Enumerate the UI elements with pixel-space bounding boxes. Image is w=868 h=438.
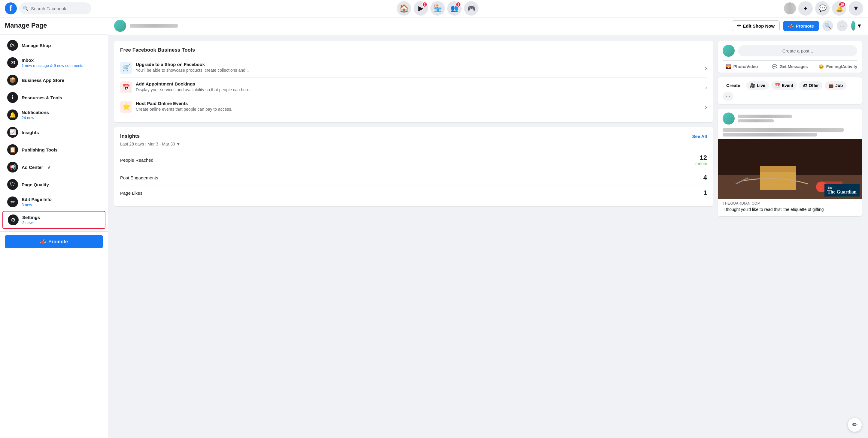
nav-center-icons: 🏠 ▶ 3 🏪 👥 8 🎮 [94, 1, 781, 15]
edit-shop-now-button[interactable]: ✏ Edit Shop Now [732, 21, 780, 31]
search-header-button[interactable]: 🔍 [823, 21, 833, 31]
sidebar-item-resources-tools[interactable]: ℹ Resources & Tools [2, 89, 105, 106]
messenger-button[interactable]: 💬 [815, 1, 830, 15]
people-reached-label: People Reached [120, 158, 153, 163]
sidebar-item-ad-center[interactable]: 📢 Ad Center ∨ [2, 159, 105, 175]
event-icon: 📅 [775, 83, 780, 88]
nav-right-icons: + 💬 🔔 19 ▼ [784, 1, 863, 15]
shop-chevron-icon: › [705, 65, 707, 71]
page-layout: Manage Page 🛍 Manage Shop ✉ Inbox 1 new … [0, 17, 868, 438]
bookings-chevron-icon: › [705, 84, 707, 91]
promote-header-button[interactable]: 📣 Promote [783, 21, 819, 31]
search-bar[interactable]: 🔍 [19, 2, 91, 14]
photo-video-button[interactable]: 🌄 Photo/Video [718, 62, 766, 71]
compose-fab-button[interactable]: ✏ [847, 417, 862, 432]
notifications-badge: 19 [839, 2, 846, 7]
publishing-tools-icon: 📋 [7, 144, 18, 155]
video-nav-btn[interactable]: ▶ 3 [413, 1, 428, 15]
more-header-button[interactable]: ··· [837, 21, 847, 31]
tool-item-events[interactable]: ⭐ Host Paid Online Events Create online … [120, 97, 707, 116]
news-card: The The Guardian theguardian.com 'I thou… [718, 109, 862, 216]
video-badge: 3 [422, 2, 427, 7]
menu-button[interactable]: ▼ [849, 1, 863, 15]
user-avatar[interactable] [784, 2, 796, 14]
groups-nav-btn[interactable]: 👥 8 [447, 1, 462, 15]
edit-shop-label: Edit Shop Now [743, 24, 775, 29]
add-button[interactable]: + [798, 1, 813, 15]
groups-badge: 8 [456, 2, 461, 7]
main-content: ✏ Edit Shop Now 📣 Promote 🔍 ··· ▼ [108, 17, 868, 438]
sidebar-item-notifications[interactable]: 🔔 Notifications 24 new [2, 106, 105, 123]
page-avatar [114, 20, 126, 32]
manage-shop-label: Manage Shop [22, 43, 51, 48]
guardian-badge: The The Guardian [825, 184, 860, 197]
photo-icon: 🌄 [726, 64, 731, 69]
page-quality-icon: 🛡 [7, 179, 18, 190]
promote-header-label: Promote [796, 24, 814, 29]
insights-title: Insights [120, 133, 140, 139]
bookings-title: Add Appointment Bookings [136, 81, 701, 87]
notifications-button[interactable]: 🔔 19 [832, 1, 846, 15]
see-all-button[interactable]: See All [692, 134, 707, 139]
news-page-avatar [723, 112, 735, 125]
inbox-sublabel: 1 new message & 9 new comments [22, 63, 83, 68]
business-app-label: Business App Store [22, 78, 64, 83]
post-type-event-button[interactable]: 📅 Event [771, 81, 797, 90]
marketplace-nav-btn[interactable]: 🏪 [430, 1, 445, 15]
facebook-logo[interactable]: f [5, 2, 17, 14]
settings-sublabel: 3 new [22, 221, 40, 225]
notifications-sidebar-label: Notifications [22, 110, 49, 115]
sidebar-item-edit-page-info[interactable]: ✏ Edit Page Info 3 new [2, 194, 105, 210]
live-icon: 🎥 [750, 83, 755, 88]
sidebar-promote-label: Promote [49, 239, 68, 244]
sidebar-item-inbox[interactable]: ✉ Inbox 1 new message & 9 new comments [2, 54, 105, 71]
insights-date: Last 28 days : Mar 3 - Mar 30 ▼ [120, 142, 707, 146]
news-image: The The Guardian [718, 139, 862, 199]
post-type-more-button[interactable]: ··· [723, 92, 734, 101]
news-headline: 'I thought you'd like to read this': the… [718, 207, 862, 216]
post-type-job-button[interactable]: 💼 Job [825, 81, 846, 90]
home-nav-btn[interactable]: 🏠 [397, 1, 411, 15]
insights-header: Insights See All [120, 133, 707, 139]
tool-item-bookings[interactable]: 📅 Add Appointment Bookings Display your … [120, 77, 707, 97]
gaming-nav-btn[interactable]: 🎮 [464, 1, 478, 15]
sidebar-title: Manage Page [0, 17, 108, 32]
people-reached-value: 12 [700, 154, 707, 162]
compose-icon: ✏ [852, 421, 858, 429]
get-messages-label: Get Messages [779, 64, 808, 69]
sidebar-item-insights[interactable]: 📈 Insights [2, 124, 105, 141]
sidebar-item-business-app-store[interactable]: 📦 Business App Store [2, 72, 105, 89]
avatar-dropdown-button[interactable]: ▼ [851, 21, 862, 31]
guardian-the: The [828, 186, 857, 189]
sidebar: Manage Page 🛍 Manage Shop ✉ Inbox 1 new … [0, 17, 108, 438]
sidebar-item-publishing-tools[interactable]: 📋 Publishing Tools [2, 141, 105, 158]
ad-center-label: Ad Center [22, 165, 43, 170]
news-page-name [738, 114, 857, 123]
feeling-activity-button[interactable]: 😊 Feeling/Activity [814, 62, 862, 71]
sidebar-promote-button[interactable]: 📣 Promote [5, 235, 103, 248]
post-type-offer-button[interactable]: 🏷 Offer [799, 81, 823, 90]
megaphone-icon: 📣 [40, 239, 46, 244]
search-input[interactable] [31, 6, 88, 11]
sidebar-item-page-quality[interactable]: 🛡 Page Quality [2, 176, 105, 193]
sidebar-item-manage-shop[interactable]: 🛍 Manage Shop [2, 37, 105, 54]
sidebar-item-settings[interactable]: ⚙ Settings 3 new ➜ [2, 211, 105, 229]
messenger-icon: 💬 [818, 4, 827, 12]
megaphone-header-icon: 📣 [788, 23, 794, 29]
insights-card: Insights See All Last 28 days : Mar 3 - … [114, 127, 713, 206]
post-type-create-button[interactable]: Create [723, 81, 744, 90]
bookings-desc: Display your services and availability s… [136, 87, 701, 93]
messages-icon: 💬 [772, 64, 777, 69]
notifications-sublabel: 24 new [22, 115, 49, 120]
create-post-input[interactable]: Create a post... [738, 45, 857, 57]
pencil-icon: ✏ [737, 23, 741, 29]
ad-center-icon: 📢 [7, 162, 18, 172]
tool-item-shop[interactable]: 🛒 Upgrade to a Shop on Facebook You'll b… [120, 58, 707, 77]
post-type-live-button[interactable]: 🎥 Live [746, 81, 769, 90]
get-messages-button[interactable]: 💬 Get Messages [766, 62, 814, 71]
edit-page-info-label: Edit Page Info [22, 197, 52, 202]
news-source: theguardian.com [718, 199, 862, 207]
edit-page-info-icon: ✏ [7, 197, 18, 207]
page-quality-label: Page Quality [22, 182, 49, 187]
settings-icon: ⚙ [8, 214, 19, 225]
